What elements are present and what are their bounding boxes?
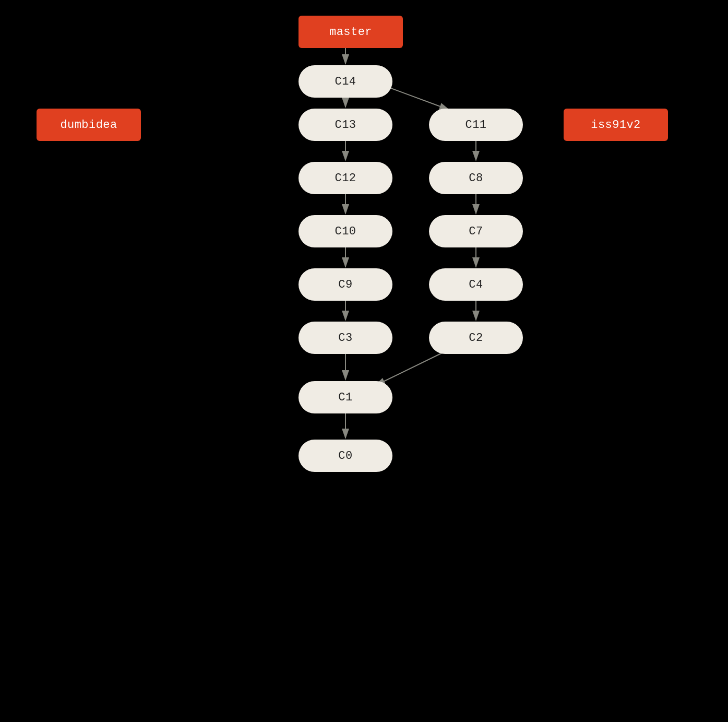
branch-iss91v2: iss91v2	[564, 109, 668, 141]
branch-master: master	[299, 16, 403, 48]
branch-dumbidea: dumbidea	[37, 109, 141, 141]
commit-c12: C12	[299, 162, 392, 194]
commit-c1: C1	[299, 381, 392, 413]
git-diagram: master C14 dumbidea C13 C11 iss91v2 C12 …	[0, 0, 728, 722]
commit-c8: C8	[429, 162, 523, 194]
commit-c10: C10	[299, 215, 392, 247]
commit-c0: C0	[299, 440, 392, 472]
commit-c7: C7	[429, 215, 523, 247]
commit-c3: C3	[299, 322, 392, 354]
commit-c13: C13	[299, 109, 392, 141]
commit-c4: C4	[429, 268, 523, 301]
commit-c14: C14	[299, 65, 392, 98]
commit-c9: C9	[299, 268, 392, 301]
commit-c2: C2	[429, 322, 523, 354]
commit-c11: C11	[429, 109, 523, 141]
